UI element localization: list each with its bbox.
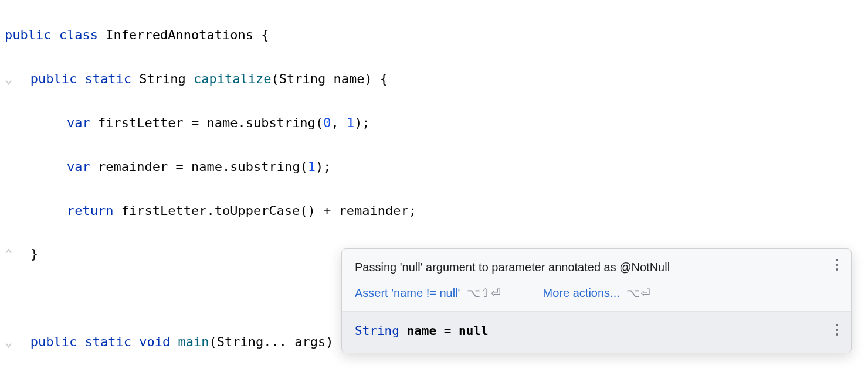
code-line: return firstLetter.toUpperCase() + remai…: [5, 200, 868, 221]
tooltip-preview-section: String name = null: [342, 312, 851, 353]
more-actions-link[interactable]: More actions...: [543, 286, 620, 299]
preview-code: name = null: [399, 324, 489, 338]
tooltip-main-section: Passing 'null' argument to parameter ann…: [342, 249, 851, 312]
shortcut-hint: ⌥⏎: [626, 286, 650, 299]
inspection-message: Passing 'null' argument to parameter ann…: [355, 257, 839, 277]
tooltip-actions-row: Assert 'name != null' ⌥⇧⏎ More actions..…: [355, 283, 839, 303]
code-line: var remainder = name.substring(1);: [5, 156, 868, 177]
shortcut-hint: ⌥⇧⏎: [467, 286, 501, 299]
preview-type: String: [355, 324, 399, 338]
code-line: var firstLetter = name.substring(0, 1);: [5, 112, 868, 134]
code-line: ⌄ public static String capitalize(String…: [5, 68, 868, 90]
tooltip-options-icon[interactable]: [831, 257, 843, 272]
inspection-tooltip: Passing 'null' argument to parameter ann…: [341, 248, 852, 353]
code-line: public class InferredAnnotations {: [5, 24, 868, 46]
assert-not-null-action[interactable]: Assert 'name != null': [355, 286, 460, 299]
tooltip-preview-options-icon[interactable]: [831, 322, 843, 337]
